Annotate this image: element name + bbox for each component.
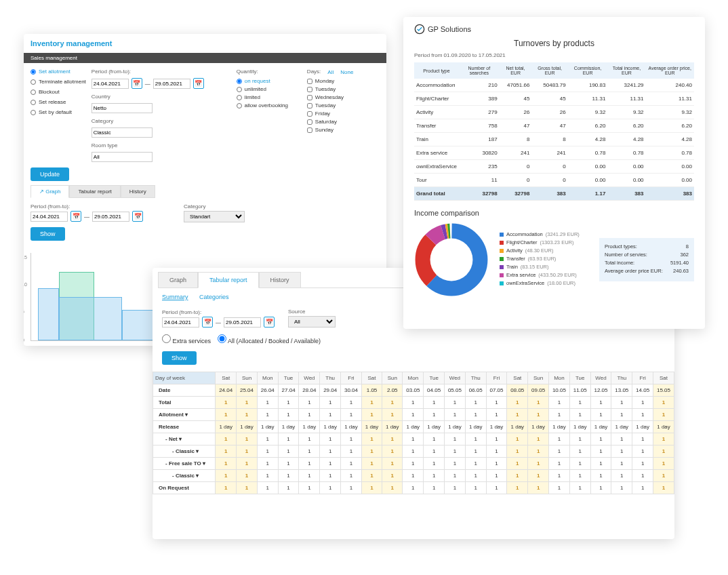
- country-label: Country: [92, 94, 204, 100]
- category-input[interactable]: [92, 127, 153, 138]
- country-input[interactable]: [92, 103, 153, 113]
- roomtype-input[interactable]: [92, 152, 153, 162]
- turnovers-card: GP Solutions Turnovers by products Perio…: [403, 17, 705, 329]
- table-row: Transfer75847476.206.206.20: [414, 119, 694, 133]
- calendar-icon[interactable]: 📅: [132, 78, 142, 89]
- summary-row: Product types:8: [605, 243, 689, 250]
- table-row: Train187884.284.284.28: [414, 133, 694, 146]
- chart-title: Income comparison: [414, 209, 694, 217]
- radio-set-by-default[interactable]: Set by default: [31, 109, 86, 115]
- turnovers-table: Product typeNumber of searchesNet total,…: [414, 62, 694, 201]
- report-period: Period from 01.09.2020 to 17.05.2021: [414, 52, 694, 58]
- graph-category-select[interactable]: Standart: [184, 211, 245, 222]
- days-label: Days:: [307, 68, 321, 75]
- tr-to-input[interactable]: [224, 317, 261, 328]
- tab-tabular-report[interactable]: Tabular report: [69, 185, 120, 198]
- show-button[interactable]: Show: [31, 227, 65, 241]
- table-row: Activity27926269.329.329.32: [414, 106, 694, 119]
- legend-item: Extra service (433.50.29 EUR): [500, 272, 588, 278]
- legend-item: Transfer (63.93 EUR): [500, 256, 588, 262]
- calendar-icon[interactable]: 📅: [132, 211, 143, 222]
- table-row: Accommodation21047051.6650483.79190.8332…: [414, 79, 694, 92]
- mtab-tabular-report[interactable]: Tabular report: [198, 272, 259, 288]
- report-title: Turnovers by products: [414, 39, 694, 48]
- radio-terminate-allotment[interactable]: Terminate allotment: [31, 79, 86, 85]
- day-saturday[interactable]: Saturday: [307, 119, 353, 125]
- day-wednesday[interactable]: Wednesday: [307, 94, 353, 100]
- calendar-icon[interactable]: 📅: [70, 211, 81, 222]
- table-row: Tour11000.000.000.00: [414, 174, 694, 187]
- tr-from-input[interactable]: [162, 317, 199, 328]
- qty-unlimited[interactable]: unlimited: [237, 86, 288, 92]
- radio-set-allotment[interactable]: Set allotment: [31, 68, 86, 75]
- legend-item: ownExtraService (18.00 EUR): [500, 280, 588, 286]
- qty-allow-overbooking[interactable]: allow overbooking: [237, 102, 288, 108]
- legend-item: Flight/Charter (1303.23 EUR): [500, 239, 588, 245]
- allotment-table: Day of weekSatSunMonTueWedThuFriSatSunMo…: [153, 372, 674, 494]
- qty-limited[interactable]: limited: [237, 94, 288, 100]
- chart-legend: Accommodation (3241.29 EUR)Flight/Charte…: [500, 231, 588, 288]
- roomtype-label: Room type: [92, 142, 204, 148]
- calendar-icon[interactable]: 📅: [264, 317, 275, 328]
- subtab-categories[interactable]: Categories: [199, 294, 229, 300]
- day-sunday[interactable]: Sunday: [307, 127, 353, 133]
- source-label: Source: [288, 309, 336, 315]
- allotment-radios: Set allotmentTerminate allotmentBlockout…: [31, 68, 86, 162]
- summary-box: Product types:8Number of servies:362Tota…: [599, 238, 694, 281]
- table-row: Flight/Charter389454511.3111.3111.31: [414, 92, 694, 106]
- subtab-summary[interactable]: Summary: [162, 294, 188, 300]
- radio-set-release[interactable]: Set release: [31, 99, 86, 105]
- tab-graph[interactable]: ↗ Graph: [31, 185, 69, 198]
- calendar-icon[interactable]: 📅: [193, 78, 204, 89]
- period-label-2: Period (from-to):: [31, 203, 143, 210]
- tr-show-button[interactable]: Show: [162, 351, 197, 365]
- source-select[interactable]: All: [288, 316, 336, 328]
- calendar-icon[interactable]: 📅: [202, 317, 213, 328]
- table-row: ownExtraService235000.000.000.00: [414, 160, 694, 174]
- extra-services-radio[interactable]: Extra services: [162, 338, 211, 344]
- period-from-input[interactable]: [92, 79, 129, 89]
- legend-item: Train (83.15 EUR): [500, 264, 588, 270]
- tr-period-label: Period (from-to):: [162, 309, 275, 315]
- radio-blockout[interactable]: Blockout: [31, 89, 86, 95]
- mtab-graph[interactable]: Graph: [158, 272, 198, 288]
- category-label: Category: [92, 118, 204, 124]
- section-bar: Sales management: [24, 53, 386, 63]
- graph-to-input[interactable]: [92, 212, 129, 222]
- graph-from-input[interactable]: [31, 212, 68, 222]
- period-label: Period (from-to):: [92, 68, 204, 75]
- quantity-label: Quantity:: [237, 68, 288, 75]
- update-button[interactable]: Update: [31, 167, 69, 181]
- days-none-link[interactable]: None: [340, 69, 353, 75]
- summary-row: Number of servies:362: [605, 252, 689, 258]
- brand-logo: GP Solutions: [414, 24, 694, 35]
- legend-item: Activity (48.30 EUR): [500, 247, 588, 254]
- days-all-link[interactable]: All: [327, 69, 333, 75]
- graph-category-label: Category: [184, 203, 245, 210]
- legend-item: Accommodation (3241.29 EUR): [500, 231, 588, 237]
- qty-on-request[interactable]: on request: [237, 78, 288, 84]
- day-monday[interactable]: Monday: [307, 78, 353, 84]
- donut-chart: [414, 222, 489, 297]
- day-tuesday[interactable]: Tuesday: [307, 86, 353, 92]
- svg-point-7: [430, 239, 473, 281]
- period-to-input[interactable]: [153, 79, 190, 89]
- table-row: Extra service308202412410.780.780.78: [414, 146, 694, 160]
- day-friday[interactable]: Friday: [307, 111, 353, 117]
- tab-history[interactable]: History: [121, 185, 155, 198]
- day-tuesday[interactable]: Tuesday: [307, 102, 353, 108]
- page-title: Inventory management: [24, 34, 386, 53]
- summary-row: Total income:5191.40: [605, 260, 689, 266]
- mtab-history[interactable]: History: [259, 272, 301, 288]
- all-radio[interactable]: All (Allocated / Booked / Available): [218, 338, 321, 344]
- summary-row: Average order price EUR:240.63: [605, 268, 689, 274]
